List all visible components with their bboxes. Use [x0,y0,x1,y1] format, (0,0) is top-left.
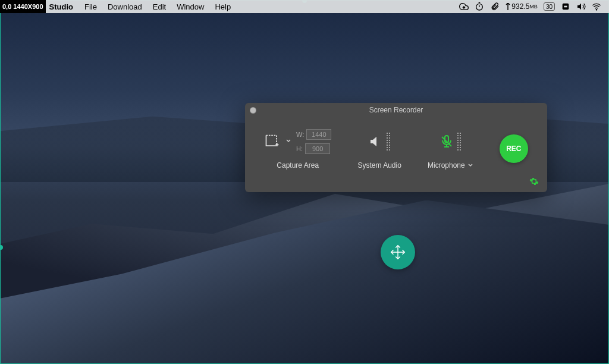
memory-value: 932.5 [511,2,529,11]
fps-value: 30 [544,2,555,11]
menubar: 0,0 1440X900 Studio File Download Edit W… [0,0,609,13]
menu-edit[interactable]: Edit [153,2,166,11]
record-button[interactable]: REC [500,134,528,163]
height-input[interactable] [305,143,330,154]
close-window-button[interactable] [250,107,256,114]
width-input[interactable] [306,129,331,140]
chevron-down-icon [467,162,473,168]
app-name[interactable]: Studio [49,2,73,11]
system-audio-section: System Audio [357,128,401,170]
capture-area-section: W: H: Capture Area [264,128,331,170]
recorder-titlebar[interactable]: Screen Recorder [245,103,547,117]
svg-rect-2 [564,6,567,8]
width-label: W: [296,131,304,138]
menu-help[interactable]: Help [215,2,231,11]
memory-unit: MB [529,4,538,10]
crop-add-icon[interactable] [264,133,281,150]
system-audio-level-meter [387,133,390,150]
stopwatch-icon[interactable] [475,2,484,11]
speaker-icon[interactable] [369,134,383,149]
volume-icon[interactable] [576,2,586,11]
move-arrows-icon [389,243,407,261]
height-label: H: [296,145,303,152]
selection-dimensions-readout: 0,0 1440X900 [0,0,46,13]
paperclip-icon[interactable] [490,2,500,11]
capture-area-label: Capture Area [277,161,319,170]
microphone-dropdown[interactable]: Microphone [428,161,473,170]
menu-window[interactable]: Window [177,2,204,11]
menu-file[interactable]: File [84,2,97,11]
microphone-level-meter [457,133,461,150]
gear-icon[interactable] [529,177,539,186]
capture-area-dropdown[interactable] [284,138,293,145]
menu-square-icon[interactable] [561,2,570,11]
screen-recorder-panel: Screen Recorder W: [245,103,547,192]
system-audio-label: System Audio [357,161,401,170]
menu-download[interactable]: Download [108,2,142,11]
move-selection-handle[interactable] [381,235,415,269]
microphone-label: Microphone [428,161,465,170]
fps-indicator[interactable]: 30 [544,2,555,11]
cloud-upload-icon[interactable] [459,2,469,11]
wifi-icon[interactable] [592,2,601,11]
memory-status[interactable]: 932.5MB [506,2,538,11]
microphone-section: Microphone [428,128,473,170]
svg-point-3 [596,10,597,10]
microphone-icon[interactable] [440,134,454,149]
record-section: REC [500,134,528,163]
recorder-title: Screen Recorder [369,106,423,114]
